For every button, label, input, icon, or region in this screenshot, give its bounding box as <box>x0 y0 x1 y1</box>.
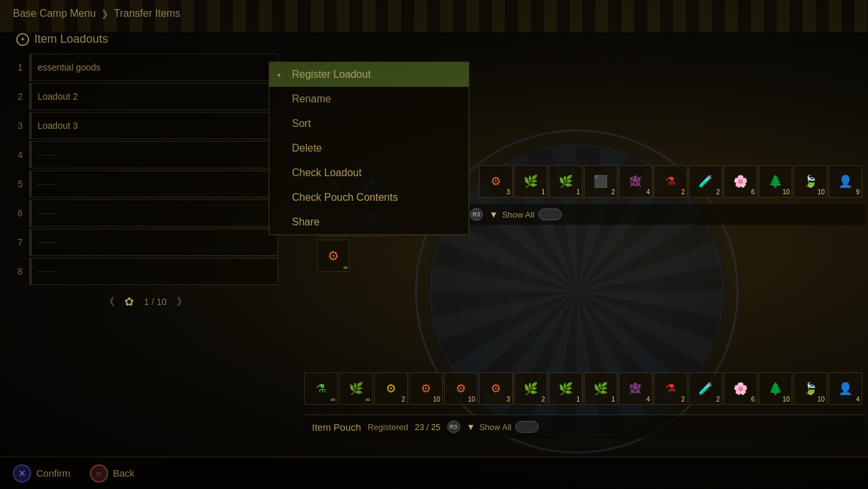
item-cell-b6[interactable]: 🌿2 <box>514 372 548 405</box>
item-cell-b1[interactable]: 🌿∞ <box>339 372 373 405</box>
loadout-list: 1 essential goods 2 Loadout 2 3 Loadout … <box>13 54 278 285</box>
loadout-slot-1[interactable]: essential goods <box>29 54 278 81</box>
item-cell-b11[interactable]: 🧪2 <box>689 372 722 405</box>
item-icon-b6: 🌿 <box>520 378 541 399</box>
menu-item-rename[interactable]: Rename <box>269 87 469 111</box>
loadout-number-1: 1 <box>13 62 23 73</box>
confirm-button[interactable]: ✕ Confirm <box>13 464 71 483</box>
item-cell-b4[interactable]: ⚙10 <box>444 372 478 405</box>
center-item-icon-4: ⚙ <box>328 248 339 264</box>
item-icon-b7: 🌿 <box>555 378 576 399</box>
item-count-b3: 10 <box>433 396 440 403</box>
item-cell-t9[interactable]: 🍃10 <box>794 165 827 198</box>
item-cell-b0[interactable]: ⚗∞ <box>304 372 338 405</box>
item-cell-b10[interactable]: ⚗2 <box>654 372 687 405</box>
breadcrumb-part1: Base Camp Menu <box>13 8 96 19</box>
loadout-number-6: 6 <box>13 208 23 218</box>
loadout-item-1[interactable]: 1 essential goods <box>13 54 278 81</box>
item-pouch-bar: Item Pouch Registered 23 / 25 R3 ▼ Show … <box>304 415 865 438</box>
item-count-b11: 2 <box>716 396 720 403</box>
item-cell-t5[interactable]: ⚗2 <box>654 165 687 198</box>
item-count-b13: 10 <box>783 396 790 403</box>
pouch-r3-button[interactable]: R3 <box>447 420 460 433</box>
item-cell-t4[interactable]: 🕸4 <box>619 165 652 198</box>
menu-item-sort[interactable]: Sort <box>269 111 469 136</box>
item-icon-t7: 🌸 <box>730 171 751 192</box>
loadout-number-4: 4 <box>13 150 23 160</box>
item-cell-t7[interactable]: 🌸6 <box>724 165 757 198</box>
menu-item-check-loadout[interactable]: Check Loadout <box>269 161 469 185</box>
back-button[interactable]: ○ Back <box>90 464 135 483</box>
menu-item-check-pouch[interactable]: Check Pouch Contents <box>269 185 469 210</box>
center-item-4[interactable]: ⚙ ∞ <box>317 240 350 272</box>
item-cell-b2[interactable]: ⚙2 <box>374 372 408 405</box>
item-count-b7: 1 <box>576 396 580 403</box>
item-cell-b8[interactable]: 🌿1 <box>584 372 618 405</box>
breadcrumb-part2: Transfer Items <box>114 8 181 19</box>
item-cell-b15[interactable]: 👤4 <box>829 372 862 405</box>
item-cell-t10[interactable]: 👤9 <box>829 165 862 198</box>
loadout-item-8[interactable]: 8 ------ <box>13 258 278 285</box>
circle-icon: ○ <box>90 464 108 483</box>
loadout-slot-7[interactable]: ------ <box>29 229 278 256</box>
page-prev[interactable]: 《 <box>104 295 115 309</box>
loadout-slot-2[interactable]: Loadout 2 <box>29 83 278 110</box>
loadout-slot-5[interactable]: ------ <box>29 170 278 198</box>
show-all-pouch[interactable]: ▼ Show All <box>467 421 539 433</box>
page-flower: ✿ <box>124 295 134 309</box>
loadout-item-3[interactable]: 3 Loadout 3 <box>13 112 278 139</box>
item-count-t0: 3 <box>506 188 510 196</box>
item-cell-t6[interactable]: 🧪2 <box>689 165 722 198</box>
loadout-item-2[interactable]: 2 Loadout 2 <box>13 83 278 110</box>
loadout-item-4[interactable]: 4 ------ <box>13 141 278 168</box>
page-info: 1 / 10 <box>144 297 166 307</box>
item-icon-b2: ⚙ <box>381 378 401 399</box>
item-cell-b12[interactable]: 🌸6 <box>724 372 757 405</box>
item-icon-t5: ⚗ <box>660 171 681 192</box>
show-all-toggle[interactable] <box>539 209 562 220</box>
item-cell-b7[interactable]: 🌿1 <box>549 372 583 405</box>
item-cell-b9[interactable]: 🕸4 <box>619 372 652 405</box>
item-count-b4: 10 <box>468 396 475 403</box>
item-cell-t3[interactable]: ⬛2 <box>584 165 618 198</box>
item-count-b15: 4 <box>856 396 860 403</box>
top-item-row: ⚙3 🌿1 🌿1 ⬛2 🕸4 ⚗2 🧪2 🌸6 🌲10 🍃10 👤9 <box>479 165 865 198</box>
show-all-loadout[interactable]: ▼ Show All <box>489 209 562 220</box>
left-panel: ✦ Item Loadouts 1 essential goods 2 Load… <box>13 32 278 309</box>
item-icon-t10: 👤 <box>835 171 856 192</box>
loadout-slot-6[interactable]: ------ <box>29 199 278 227</box>
page-next[interactable]: 》 <box>177 295 187 309</box>
r3-button[interactable]: R3 <box>470 208 483 221</box>
loadout-slot-3[interactable]: Loadout 3 <box>29 112 278 139</box>
menu-item-delete[interactable]: Delete <box>269 136 469 161</box>
item-cell-t1[interactable]: 🌿1 <box>514 165 548 198</box>
item-count-b1: ∞ <box>366 396 370 403</box>
item-cell-b3[interactable]: ⚙10 <box>409 372 443 405</box>
menu-item-share[interactable]: Share <box>269 210 469 234</box>
item-count-t1: 1 <box>541 188 545 196</box>
back-label: Back <box>113 468 135 479</box>
loadout-item-7[interactable]: 7 ------ <box>13 229 278 256</box>
item-cell-b13[interactable]: 🌲10 <box>759 372 792 405</box>
item-cell-t0[interactable]: ⚙3 <box>479 165 513 198</box>
item-cell-t8[interactable]: 🌲10 <box>759 165 792 198</box>
item-cell-t2[interactable]: 🌿1 <box>549 165 583 198</box>
loadout-item-5[interactable]: 5 ------ <box>13 170 278 198</box>
item-cell-b14[interactable]: 🍃10 <box>794 372 827 405</box>
pouch-show-all-toggle[interactable] <box>515 421 539 433</box>
filter-icon: ▼ <box>489 209 498 220</box>
loadout-item-6[interactable]: 6 ------ <box>13 199 278 227</box>
item-icon-t0: ⚙ <box>485 171 506 192</box>
panel-title-text: Item Loadouts <box>34 32 108 46</box>
item-icon-t4: 🕸 <box>625 171 646 192</box>
menu-item-register[interactable]: Register Loadout <box>269 62 469 87</box>
bottom-item-row: ⚗∞ 🌿∞ ⚙2 ⚙10 ⚙10 ⚙3 🌿2 🌿1 🌿1 🕸4 ⚗2 🧪2 🌸6… <box>304 372 865 405</box>
loadout-slot-4[interactable]: ------ <box>29 141 278 168</box>
item-count-b2: 2 <box>401 396 405 403</box>
item-icon-b8: 🌿 <box>590 378 611 399</box>
loadout-slot-8[interactable]: ------ <box>29 258 278 285</box>
item-count-t6: 2 <box>716 188 720 196</box>
item-count-b10: 2 <box>681 396 685 403</box>
item-icon-b15: 👤 <box>835 378 856 399</box>
item-cell-b5[interactable]: ⚙3 <box>479 372 513 405</box>
